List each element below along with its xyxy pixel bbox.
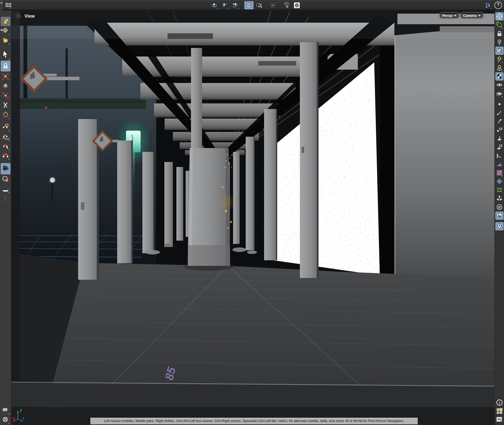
translate-tool-button[interactable] xyxy=(1,72,10,81)
view-tool-button[interactable] xyxy=(210,1,219,9)
group-list-button[interactable] xyxy=(495,203,503,211)
help-button[interactable]: ? xyxy=(494,2,502,9)
translate-tool-icon xyxy=(2,73,9,80)
info-button[interactable]: i xyxy=(495,399,503,407)
select-tool-button[interactable] xyxy=(220,1,230,9)
prim-numbers-button[interactable]: 12 xyxy=(495,143,503,151)
camera-menu-button[interactable]: Camera xyxy=(460,12,484,19)
snap-point-button[interactable] xyxy=(1,141,10,151)
right-dark-column-silhouette xyxy=(380,46,394,288)
point-numbers-button[interactable]: 12 xyxy=(495,126,503,134)
left-toolbar-bottom xyxy=(1,405,10,425)
pin-icon xyxy=(496,118,502,124)
rotate-tool-button[interactable] xyxy=(1,81,10,91)
axis-fan-button[interactable] xyxy=(495,194,503,203)
geometry-mode-button[interactable] xyxy=(1,26,10,36)
display-options-button[interactable] xyxy=(495,416,503,424)
make-unselectable-button[interactable] xyxy=(268,1,277,9)
movie-camera-icon xyxy=(2,165,10,173)
transform-tool-button[interactable] xyxy=(231,1,240,9)
toolbar-separator xyxy=(2,161,9,162)
bulb-x-icon xyxy=(496,39,502,45)
toolbar-separator xyxy=(2,121,9,121)
snap-grid-button[interactable] xyxy=(1,122,10,131)
secure-selection-button[interactable] xyxy=(1,61,10,71)
snap-multi-button[interactable] xyxy=(1,151,10,160)
point-markers-button[interactable] xyxy=(495,100,503,108)
display-eye-options-button[interactable] xyxy=(495,81,503,89)
show-all-objects-button[interactable] xyxy=(282,1,291,9)
checker-sphere-icon xyxy=(496,73,503,80)
selection-options-button[interactable] xyxy=(292,1,301,9)
center-pole[interactable] xyxy=(191,48,202,149)
whole-geometry-dominoes-icon xyxy=(246,2,252,9)
left-edge-column xyxy=(11,11,20,381)
layout-quad-button[interactable] xyxy=(495,407,503,415)
turntable-view-button[interactable] xyxy=(1,184,10,193)
blue-diamond-icon xyxy=(496,178,503,185)
chevron-down-icon xyxy=(454,15,456,16)
hidden-geometry-eye-button[interactable] xyxy=(495,90,503,98)
snap-curve-button[interactable] xyxy=(1,132,10,141)
primitives-mode-icon xyxy=(2,37,9,44)
select-arrow-button[interactable] xyxy=(1,49,10,60)
primitives-mode-button[interactable] xyxy=(1,36,10,45)
prim-hooks-button[interactable] xyxy=(495,160,503,168)
rotate-tool-icon xyxy=(2,82,9,90)
toolbar-separator xyxy=(279,2,280,9)
quad-layout-icon xyxy=(496,408,503,415)
point-normals-button[interactable] xyxy=(495,109,503,117)
select-arrow-icon xyxy=(2,50,10,59)
toolbar-separator xyxy=(496,99,503,99)
orbit-target-button[interactable] xyxy=(495,64,503,72)
grid-dots-icon xyxy=(5,2,12,9)
notes-button[interactable] xyxy=(1,406,10,415)
toolbar-scroll-strip[interactable] xyxy=(0,0,4,10)
right-toolbar-bottom: i xyxy=(495,398,503,425)
show-normals-button[interactable] xyxy=(495,21,503,29)
background-image-button[interactable] xyxy=(495,212,503,220)
viewport-status-bar: Left mouse tumbles. Middle pans. Right d… xyxy=(90,418,418,424)
view-lens-button[interactable] xyxy=(495,47,503,55)
pane-layout-button[interactable] xyxy=(483,1,492,9)
viewport-header-band xyxy=(11,11,494,39)
target-point-button[interactable] xyxy=(495,55,503,63)
view-mask-button[interactable] xyxy=(1,175,10,184)
scene-viewport[interactable]: 85 xyxy=(11,11,494,425)
viewport-view-label: View xyxy=(14,13,35,20)
objects-mode-button[interactable] xyxy=(1,17,10,26)
toolbar-separator xyxy=(242,2,242,9)
padlock-icon xyxy=(496,30,502,37)
view-mask-icon xyxy=(2,176,9,183)
view-camera-icon xyxy=(14,13,22,20)
projection-label: Persp xyxy=(442,14,452,18)
profile-curve-button[interactable] xyxy=(495,152,503,160)
pane-menu-grid-icon[interactable] xyxy=(5,2,12,9)
camera-tool-button[interactable] xyxy=(1,163,10,174)
scene-3d-render[interactable]: 85 xyxy=(11,11,494,425)
point-trails-button[interactable] xyxy=(495,117,503,125)
visualizers-button[interactable] xyxy=(495,169,503,177)
handles-tool-button[interactable] xyxy=(1,110,10,119)
prim-normals-button[interactable] xyxy=(495,134,503,143)
vertex-markers-button[interactable] xyxy=(495,186,503,194)
shaded-mode-button[interactable] xyxy=(495,72,503,80)
projection-menu-button[interactable]: Persp xyxy=(439,12,460,19)
pose-tool-button[interactable] xyxy=(1,101,10,110)
central-column[interactable] xyxy=(184,148,233,271)
select-whole-geometry-button[interactable] xyxy=(244,1,254,9)
scale-tool-button[interactable] xyxy=(1,91,10,100)
show-points-grid-button[interactable] xyxy=(495,12,503,20)
uv-overlay-button[interactable] xyxy=(495,177,503,185)
select-visible-only-button[interactable] xyxy=(255,1,264,9)
scroll-up-icon[interactable] xyxy=(1,2,3,4)
headlight-off-button[interactable] xyxy=(495,38,503,46)
no-entry-icon xyxy=(269,2,276,9)
toolbar-separator xyxy=(496,221,503,221)
toolbar-grip-handle[interactable] xyxy=(4,196,7,201)
axis-x-label: x xyxy=(13,416,15,420)
fan-icon xyxy=(283,2,290,9)
location-pin-button[interactable] xyxy=(495,222,503,230)
lock-view-button[interactable] xyxy=(495,30,503,38)
flipbook-reel-button[interactable] xyxy=(1,415,10,424)
